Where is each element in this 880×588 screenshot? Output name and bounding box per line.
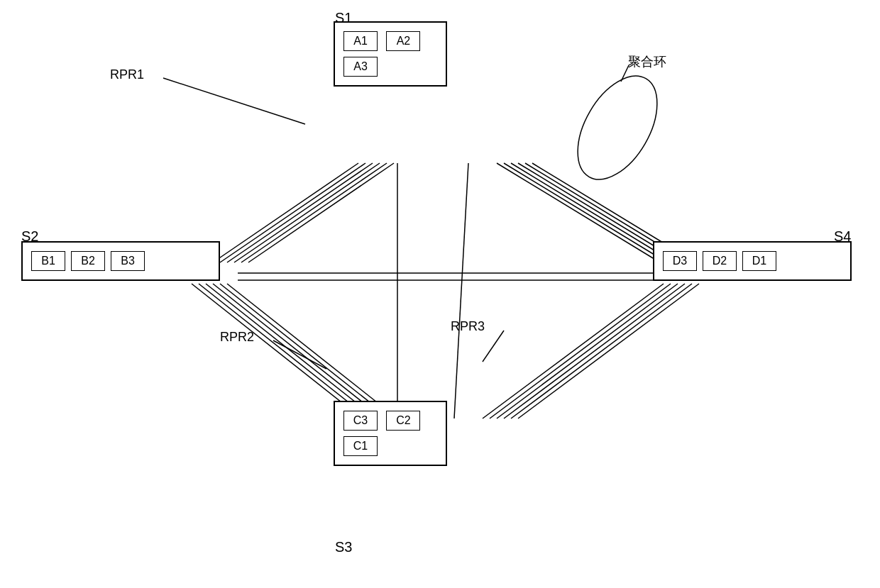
svg-line-20 [497,284,678,418]
svg-line-12 [192,284,362,418]
svg-line-6 [497,163,660,262]
svg-line-7 [504,163,667,262]
label-s2: S2 [21,228,38,245]
svg-line-25 [454,163,468,418]
svg-line-0 [213,163,358,262]
svg-line-3 [234,163,380,262]
card-d2: D2 [703,251,737,271]
svg-line-15 [213,284,383,418]
svg-line-4 [241,163,387,262]
svg-point-28 [561,62,673,193]
svg-line-21 [504,284,685,418]
node-s3: C3 C2 C1 [334,401,447,466]
svg-line-23 [518,284,699,418]
svg-line-18 [483,284,664,418]
label-rpr1: RPR1 [110,67,144,82]
svg-line-2 [227,163,373,262]
svg-line-13 [199,284,369,418]
card-b3: B3 [111,251,145,271]
label-aggregation-ring: 聚合环 [628,53,666,70]
card-d1: D1 [742,251,776,271]
card-c1: C1 [343,436,378,456]
node-s1: A1 A2 A3 [334,21,447,87]
label-s4: S4 [834,228,851,245]
card-d3: D3 [663,251,697,271]
card-c2: C2 [386,411,420,431]
svg-line-5 [248,163,394,262]
svg-line-19 [490,284,671,418]
card-a3: A3 [343,57,378,77]
card-c3: C3 [343,411,378,431]
svg-line-22 [511,284,692,418]
svg-line-17 [227,284,397,418]
label-rpr2: RPR2 [220,330,254,345]
diagram-svg [0,0,880,588]
label-s1: S1 [335,10,352,26]
svg-line-1 [220,163,365,262]
card-a2: A2 [386,31,420,51]
card-b1: B1 [31,251,65,271]
label-rpr3: RPR3 [451,319,485,334]
card-b2: B2 [71,251,105,271]
svg-line-16 [220,284,390,418]
node-s4: D3 D2 D1 [653,241,852,281]
node-s2: B1 B2 B3 [21,241,220,281]
svg-line-14 [206,284,376,418]
label-s3: S3 [335,539,352,555]
card-a1: A1 [343,31,378,51]
